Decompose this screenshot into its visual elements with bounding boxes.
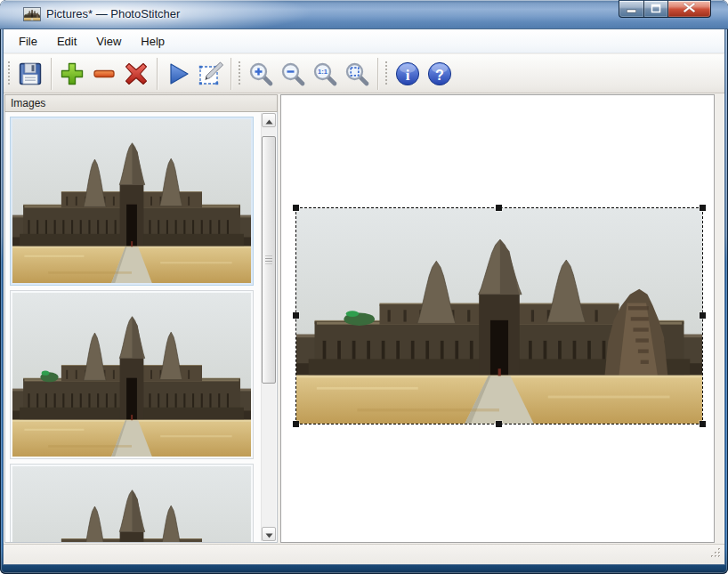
app-icon[interactable] xyxy=(24,8,40,20)
clear-images-button[interactable] xyxy=(120,57,152,91)
images-panel-title: Images xyxy=(11,97,45,109)
crop-handle-top-center[interactable] xyxy=(496,205,502,211)
images-panel: Images xyxy=(4,94,278,543)
stitched-panorama xyxy=(296,208,702,424)
red-x-icon xyxy=(122,60,150,88)
svg-text:i: i xyxy=(406,67,410,84)
magnifier-fit-icon xyxy=(343,60,371,88)
close-button[interactable] xyxy=(667,0,711,18)
vertical-scrollbar[interactable] xyxy=(261,113,276,541)
menu-file[interactable]: File xyxy=(9,30,47,53)
stitch-button[interactable] xyxy=(162,57,194,91)
thumbnail-item-3[interactable] xyxy=(10,464,254,543)
crop-pen-icon xyxy=(196,60,224,88)
arrow-up-icon xyxy=(265,112,273,128)
toolbar: 1:1 i xyxy=(4,54,724,93)
crop-handle-bottom-right[interactable] xyxy=(700,421,706,427)
svg-text:?: ? xyxy=(435,67,444,82)
thumbnail-item-2[interactable] xyxy=(10,290,254,459)
play-icon xyxy=(164,60,192,88)
help-button[interactable]: ? xyxy=(424,57,456,91)
minimize-icon xyxy=(626,1,637,17)
zoom-out-button[interactable] xyxy=(277,57,309,91)
toolbar-grip[interactable] xyxy=(7,61,11,86)
crop-handle-top-left[interactable] xyxy=(293,205,299,211)
toolbar-grip[interactable] xyxy=(384,61,388,86)
maximize-button[interactable] xyxy=(643,0,668,18)
arrow-down-icon xyxy=(265,526,273,542)
thumbnail-photo-3 xyxy=(12,466,251,543)
crop-handle-bottom-left[interactable] xyxy=(293,421,299,427)
thumbnail-item-1[interactable] xyxy=(10,117,254,286)
title-bar[interactable]: Pictures* — PhotoStitcher xyxy=(0,0,728,29)
magnifier-minus-icon xyxy=(279,60,307,88)
crop-handle-mid-right[interactable] xyxy=(700,312,706,319)
status-bar xyxy=(4,544,724,564)
question-icon: ? xyxy=(425,60,454,88)
client-area: File Edit View Help xyxy=(4,29,724,564)
maximize-icon xyxy=(651,1,661,17)
floppy-disk-icon xyxy=(16,60,44,88)
add-images-button[interactable] xyxy=(56,57,88,91)
crop-selection[interactable] xyxy=(295,207,703,424)
minimize-button[interactable] xyxy=(619,0,644,18)
zoom-fit-button[interactable] xyxy=(341,57,373,91)
magnifier-1-1-icon: 1:1 xyxy=(311,60,339,88)
thumbnail-photo-2 xyxy=(12,293,251,457)
magnifier-plus-icon xyxy=(247,60,275,88)
scrollbar-grip xyxy=(265,256,272,264)
menu-help[interactable]: Help xyxy=(131,30,174,53)
zoom-actual-button[interactable]: 1:1 xyxy=(309,57,341,91)
scroll-up-button[interactable] xyxy=(262,113,276,127)
scrollbar-thumb[interactable] xyxy=(262,136,276,384)
about-button[interactable]: i xyxy=(392,57,424,91)
toolbar-separator xyxy=(377,58,378,90)
caption-buttons xyxy=(619,0,711,18)
menu-view[interactable]: View xyxy=(86,30,131,53)
preview-canvas[interactable] xyxy=(280,94,715,543)
menu-edit[interactable]: Edit xyxy=(47,30,86,53)
crop-handle-top-right[interactable] xyxy=(700,205,706,211)
toolbar-grip[interactable] xyxy=(238,61,241,86)
orange-minus-icon xyxy=(90,60,118,88)
remove-image-button[interactable] xyxy=(88,57,120,91)
crop-handle-mid-left[interactable] xyxy=(293,312,299,319)
crop-button[interactable] xyxy=(194,57,226,91)
toolbar-separator xyxy=(231,58,231,90)
image-list[interactable] xyxy=(4,112,278,543)
crop-handle-bottom-center[interactable] xyxy=(496,421,502,427)
thumbnail-photo-1 xyxy=(12,119,251,283)
green-plus-icon xyxy=(58,60,86,88)
window-title: Pictures* — PhotoStitcher xyxy=(46,0,180,29)
svg-text:1:1: 1:1 xyxy=(318,68,328,76)
toolbar-separator xyxy=(51,58,52,90)
close-icon xyxy=(683,1,696,17)
menu-bar: File Edit View Help xyxy=(4,29,724,53)
resize-grip[interactable] xyxy=(710,547,722,562)
scroll-down-button[interactable] xyxy=(262,527,276,541)
images-panel-header[interactable]: Images xyxy=(4,94,278,112)
photostitcher-window: Pictures* — PhotoStitcher File Edit View… xyxy=(0,0,728,574)
toolbar-separator xyxy=(157,58,158,90)
info-icon: i xyxy=(393,60,422,88)
zoom-in-button[interactable] xyxy=(245,57,277,91)
save-button[interactable] xyxy=(14,57,46,91)
